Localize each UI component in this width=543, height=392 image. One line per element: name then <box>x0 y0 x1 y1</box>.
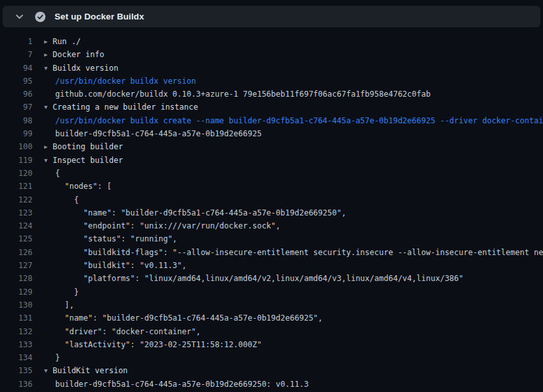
chevron-down-icon: ▼ <box>44 62 53 75</box>
log-body: 1▶Run ./7▶Docker info94▼Buildx version95… <box>0 27 543 392</box>
line-number[interactable]: 96 <box>0 88 32 101</box>
log-line: 7▶Docker info <box>0 48 543 61</box>
log-output-text: { <box>32 193 79 206</box>
line-number[interactable]: 129 <box>0 286 32 299</box>
chevron-down-icon[interactable] <box>14 12 25 22</box>
log-line: 125 "status": "running", <box>0 232 543 245</box>
log-line: 123 "name": "builder-d9cfb5a1-c764-445a-… <box>0 206 543 219</box>
log-line: 96github.com/docker/buildx 0.10.3+azure-… <box>0 88 543 101</box>
log-line: 136builder-d9cfb5a1-c764-445a-a57e-0b19d… <box>0 378 543 391</box>
log-line: 120{ <box>0 167 543 180</box>
chevron-down-icon: ▼ <box>44 364 53 377</box>
line-number[interactable]: 132 <box>0 325 32 338</box>
line-number[interactable]: 7 <box>0 48 32 61</box>
line-number[interactable]: 120 <box>0 167 32 180</box>
line-number[interactable]: 122 <box>0 193 32 206</box>
log-output-text: github.com/docker/buildx 0.10.3+azure-1 … <box>32 88 431 101</box>
log-group-toggle[interactable]: ▼Creating a new builder instance <box>32 101 198 114</box>
line-number[interactable]: 95 <box>0 75 32 88</box>
log-output-text: } <box>32 351 60 364</box>
line-number[interactable]: 100 <box>0 140 32 153</box>
line-number[interactable]: 126 <box>0 246 32 259</box>
log-group-toggle[interactable]: ▶Booting builder <box>32 140 123 153</box>
log-output-text: "driver": "docker-container", <box>32 325 201 338</box>
line-number[interactable]: 119 <box>0 154 32 167</box>
line-number[interactable]: 131 <box>0 312 32 325</box>
log-line: 131 "name": "builder-d9cfb5a1-c764-445a-… <box>0 312 543 325</box>
log-output-text: "status": "running", <box>32 232 177 245</box>
log-output-text: "name": "builder-d9cfb5a1-c764-445a-a57e… <box>32 312 323 325</box>
log-line: 135▼BuildKit version <box>0 364 543 377</box>
line-number[interactable]: 125 <box>0 232 32 245</box>
log-output-text: ], <box>32 299 74 312</box>
step-title: Set up Docker Buildx <box>55 12 144 21</box>
log-output-text: "platforms": "linux/amd64,linux/amd64/v2… <box>32 272 464 285</box>
line-number[interactable]: 123 <box>0 206 32 219</box>
line-number[interactable]: 127 <box>0 259 32 272</box>
log-group-toggle[interactable]: ▼Buildx version <box>32 62 118 75</box>
actions-log-viewer: Set up Docker Buildx 1▶Run ./7▶Docker in… <box>0 0 543 392</box>
log-group-toggle[interactable]: ▶Docker info <box>32 48 104 61</box>
chevron-right-icon: ▶ <box>44 48 53 61</box>
log-group-toggle[interactable]: ▼Inspect builder <box>32 154 123 167</box>
log-command-text: /usr/bin/docker buildx create --name bui… <box>32 114 543 127</box>
log-line: 119▼Inspect builder <box>0 154 543 167</box>
log-output-text: "endpoint": "unix:///var/run/docker.sock… <box>32 219 281 232</box>
group-label: Inspect builder <box>53 156 123 165</box>
log-output-text: builder-d9cfb5a1-c764-445a-a57e-0b19d2e6… <box>32 378 309 391</box>
line-number[interactable]: 98 <box>0 114 32 127</box>
line-number[interactable]: 128 <box>0 272 32 285</box>
log-output-text: "name": "builder-d9cfb5a1-c764-445a-a57e… <box>32 206 346 219</box>
group-label: Creating a new builder instance <box>53 103 198 112</box>
line-number[interactable]: 94 <box>0 62 32 75</box>
log-group-toggle[interactable]: ▶Run ./ <box>32 35 81 48</box>
log-group-toggle[interactable]: ▼BuildKit version <box>32 364 128 377</box>
chevron-right-icon: ▶ <box>44 35 53 48</box>
log-line: 94▼Buildx version <box>0 62 543 75</box>
line-number[interactable]: 136 <box>0 378 32 391</box>
log-line: 126 "buildkitd-flags": "--allow-insecure… <box>0 246 543 259</box>
group-label: Buildx version <box>53 64 118 73</box>
log-line: 132 "driver": "docker-container", <box>0 325 543 338</box>
log-command-text: /usr/bin/docker buildx version <box>32 75 196 88</box>
log-line: 127 "buildkit": "v0.11.3", <box>0 259 543 272</box>
group-label: Run ./ <box>53 37 81 46</box>
log-line: 124 "endpoint": "unix:///var/run/docker.… <box>0 219 543 232</box>
log-line: 95/usr/bin/docker buildx version <box>0 75 543 88</box>
chevron-down-icon: ▼ <box>44 154 53 167</box>
log-line: 99builder-d9cfb5a1-c764-445a-a57e-0b19d2… <box>0 127 543 140</box>
line-number[interactable]: 135 <box>0 364 32 377</box>
log-line: 128 "platforms": "linux/amd64,linux/amd6… <box>0 272 543 285</box>
log-line: 122 { <box>0 193 543 206</box>
chevron-right-icon: ▶ <box>44 140 53 153</box>
line-number[interactable]: 99 <box>0 127 32 140</box>
log-output-text: { <box>32 167 60 180</box>
log-line: 129 } <box>0 286 543 299</box>
log-output-text: "buildkit": "v0.11.3", <box>32 259 186 272</box>
log-output-text: } <box>32 286 79 299</box>
line-number[interactable]: 1 <box>0 35 32 48</box>
check-circle-icon <box>35 12 45 22</box>
line-number[interactable]: 121 <box>0 180 32 193</box>
log-line: 98/usr/bin/docker buildx create --name b… <box>0 114 543 127</box>
log-line: 97▼Creating a new builder instance <box>0 101 543 114</box>
log-line: 121 "nodes": [ <box>0 180 543 193</box>
group-label: Booting builder <box>53 142 123 151</box>
step-header[interactable]: Set up Docker Buildx <box>3 6 540 27</box>
line-number[interactable]: 130 <box>0 299 32 312</box>
group-label: Docker info <box>53 50 104 59</box>
line-number[interactable]: 134 <box>0 351 32 364</box>
chevron-down-icon: ▼ <box>44 101 53 114</box>
log-line: 130 ], <box>0 299 543 312</box>
log-line: 1▶Run ./ <box>0 35 543 48</box>
log-line: 134} <box>0 351 543 364</box>
log-output-text: "nodes": [ <box>32 180 112 193</box>
line-number[interactable]: 124 <box>0 219 32 232</box>
log-output-text: "lastActivity": "2023-02-25T11:58:12.000… <box>32 338 262 351</box>
group-label: BuildKit version <box>53 366 128 375</box>
line-number[interactable]: 97 <box>0 101 32 114</box>
log-output-text: builder-d9cfb5a1-c764-445a-a57e-0b19d2e6… <box>32 127 262 140</box>
log-line: 133 "lastActivity": "2023-02-25T11:58:12… <box>0 338 543 351</box>
line-number[interactable]: 133 <box>0 338 32 351</box>
log-output-text: "buildkitd-flags": "--allow-insecure-ent… <box>32 246 543 259</box>
